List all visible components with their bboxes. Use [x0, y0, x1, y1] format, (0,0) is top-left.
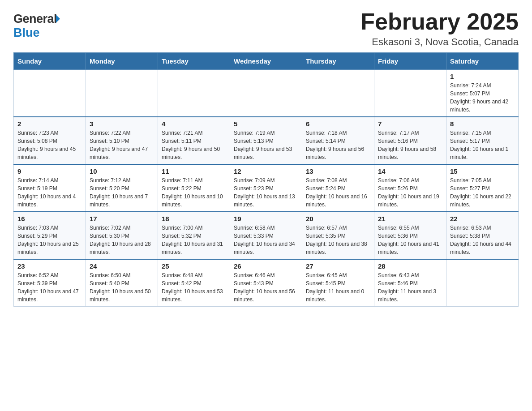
table-row	[14, 70, 86, 117]
day-number: 7	[378, 120, 442, 128]
day-info: Sunrise: 7:17 AMSunset: 5:16 PMDaylight:…	[378, 130, 436, 160]
day-number: 10	[90, 167, 154, 175]
day-info: Sunrise: 7:08 AMSunset: 5:24 PMDaylight:…	[306, 177, 367, 208]
calendar-week-3: 9Sunrise: 7:14 AMSunset: 5:19 PMDaylight…	[14, 164, 519, 212]
day-number: 20	[306, 215, 370, 223]
calendar-week-4: 16Sunrise: 7:03 AMSunset: 5:29 PMDayligh…	[14, 212, 519, 259]
day-number: 21	[378, 215, 442, 223]
day-info: Sunrise: 6:53 AMSunset: 5:38 PMDaylight:…	[450, 225, 511, 255]
day-info: Sunrise: 7:19 AMSunset: 5:13 PMDaylight:…	[234, 130, 292, 160]
day-info: Sunrise: 7:23 AMSunset: 5:08 PMDaylight:…	[17, 130, 76, 160]
day-info: Sunrise: 6:55 AMSunset: 5:36 PMDaylight:…	[378, 225, 439, 255]
table-row	[302, 70, 374, 117]
day-info: Sunrise: 6:57 AMSunset: 5:35 PMDaylight:…	[306, 225, 367, 255]
table-row: 19Sunrise: 6:58 AMSunset: 5:33 PMDayligh…	[230, 212, 302, 259]
table-row: 6Sunrise: 7:18 AMSunset: 5:14 PMDaylight…	[302, 117, 374, 164]
table-row: 25Sunrise: 6:48 AMSunset: 5:42 PMDayligh…	[158, 259, 230, 307]
table-row: 17Sunrise: 7:02 AMSunset: 5:30 PMDayligh…	[86, 212, 158, 259]
day-number: 11	[162, 167, 226, 175]
day-info: Sunrise: 7:02 AMSunset: 5:30 PMDaylight:…	[90, 225, 151, 255]
day-info: Sunrise: 6:46 AMSunset: 5:43 PMDaylight:…	[234, 272, 295, 303]
day-number: 13	[306, 167, 370, 175]
day-number: 6	[306, 120, 370, 128]
table-row: 7Sunrise: 7:17 AMSunset: 5:16 PMDaylight…	[374, 117, 446, 164]
table-row: 18Sunrise: 7:00 AMSunset: 5:32 PMDayligh…	[158, 212, 230, 259]
day-info: Sunrise: 6:48 AMSunset: 5:42 PMDaylight:…	[162, 272, 223, 303]
table-row: 21Sunrise: 6:55 AMSunset: 5:36 PMDayligh…	[374, 212, 446, 259]
day-number: 5	[234, 120, 298, 128]
table-row	[158, 70, 230, 117]
table-row: 28Sunrise: 6:43 AMSunset: 5:46 PMDayligh…	[374, 259, 446, 307]
day-info: Sunrise: 6:52 AMSunset: 5:39 PMDaylight:…	[17, 272, 79, 303]
table-row: 16Sunrise: 7:03 AMSunset: 5:29 PMDayligh…	[14, 212, 86, 259]
table-row: 1Sunrise: 7:24 AMSunset: 5:07 PMDaylight…	[446, 70, 519, 117]
table-row	[374, 70, 446, 117]
day-number: 15	[450, 167, 515, 175]
table-row: 26Sunrise: 6:46 AMSunset: 5:43 PMDayligh…	[230, 259, 302, 307]
table-row: 5Sunrise: 7:19 AMSunset: 5:13 PMDaylight…	[230, 117, 302, 164]
calendar-week-2: 2Sunrise: 7:23 AMSunset: 5:08 PMDaylight…	[14, 117, 519, 164]
day-number: 3	[90, 120, 154, 128]
table-row: 20Sunrise: 6:57 AMSunset: 5:35 PMDayligh…	[302, 212, 374, 259]
day-info: Sunrise: 7:00 AMSunset: 5:32 PMDaylight:…	[162, 225, 223, 255]
calendar-title: February 2025	[360, 9, 519, 34]
day-info: Sunrise: 6:50 AMSunset: 5:40 PMDaylight:…	[90, 272, 151, 303]
title-section: February 2025 Eskasoni 3, Nova Scotia, C…	[360, 9, 519, 48]
table-row: 15Sunrise: 7:05 AMSunset: 5:27 PMDayligh…	[446, 164, 519, 212]
calendar-table: Sunday Monday Tuesday Wednesday Thursday…	[13, 52, 519, 307]
day-info: Sunrise: 6:58 AMSunset: 5:33 PMDaylight:…	[234, 225, 295, 255]
day-info: Sunrise: 7:05 AMSunset: 5:27 PMDaylight:…	[450, 177, 511, 208]
calendar-subtitle: Eskasoni 3, Nova Scotia, Canada	[360, 36, 519, 48]
day-number: 4	[162, 120, 226, 128]
logo-general-text: General	[13, 12, 57, 26]
day-number: 24	[90, 262, 154, 270]
table-row: 9Sunrise: 7:14 AMSunset: 5:19 PMDaylight…	[14, 164, 86, 212]
table-row: 3Sunrise: 7:22 AMSunset: 5:10 PMDaylight…	[86, 117, 158, 164]
day-info: Sunrise: 7:11 AMSunset: 5:22 PMDaylight:…	[162, 177, 223, 208]
day-number: 16	[17, 215, 82, 223]
table-row: 23Sunrise: 6:52 AMSunset: 5:39 PMDayligh…	[14, 259, 86, 307]
table-row: 8Sunrise: 7:15 AMSunset: 5:17 PMDaylight…	[446, 117, 519, 164]
calendar-header-row: Sunday Monday Tuesday Wednesday Thursday…	[14, 53, 519, 70]
day-info: Sunrise: 6:45 AMSunset: 5:45 PMDaylight:…	[306, 272, 364, 303]
day-info: Sunrise: 7:03 AMSunset: 5:29 PMDaylight:…	[17, 225, 79, 255]
day-number: 22	[450, 215, 515, 223]
day-number: 19	[234, 215, 298, 223]
day-number: 2	[17, 120, 82, 128]
day-number: 27	[306, 262, 370, 270]
table-row: 11Sunrise: 7:11 AMSunset: 5:22 PMDayligh…	[158, 164, 230, 212]
day-number: 8	[450, 120, 515, 128]
day-info: Sunrise: 6:43 AMSunset: 5:46 PMDaylight:…	[378, 272, 436, 303]
day-info: Sunrise: 7:12 AMSunset: 5:20 PMDaylight:…	[90, 177, 148, 208]
day-number: 25	[162, 262, 226, 270]
table-row	[446, 259, 519, 307]
table-row: 10Sunrise: 7:12 AMSunset: 5:20 PMDayligh…	[86, 164, 158, 212]
day-info: Sunrise: 7:14 AMSunset: 5:19 PMDaylight:…	[17, 177, 76, 208]
logo-triangle-icon	[56, 15, 60, 23]
day-number: 12	[234, 167, 298, 175]
day-number: 14	[378, 167, 442, 175]
day-info: Sunrise: 7:15 AMSunset: 5:17 PMDaylight:…	[450, 130, 508, 160]
col-saturday: Saturday	[446, 53, 519, 70]
table-row: 27Sunrise: 6:45 AMSunset: 5:45 PMDayligh…	[302, 259, 374, 307]
table-row: 22Sunrise: 6:53 AMSunset: 5:38 PMDayligh…	[446, 212, 519, 259]
col-monday: Monday	[86, 53, 158, 70]
day-info: Sunrise: 7:18 AMSunset: 5:14 PMDaylight:…	[306, 130, 364, 160]
day-number: 26	[234, 262, 298, 270]
day-info: Sunrise: 7:22 AMSunset: 5:10 PMDaylight:…	[90, 130, 148, 160]
table-row: 14Sunrise: 7:06 AMSunset: 5:26 PMDayligh…	[374, 164, 446, 212]
table-row: 2Sunrise: 7:23 AMSunset: 5:08 PMDaylight…	[14, 117, 86, 164]
table-row	[86, 70, 158, 117]
day-number: 1	[450, 73, 515, 80]
calendar-week-5: 23Sunrise: 6:52 AMSunset: 5:39 PMDayligh…	[14, 259, 519, 307]
logo-blue-text: Blue	[13, 26, 40, 40]
col-sunday: Sunday	[14, 53, 86, 70]
col-wednesday: Wednesday	[230, 53, 302, 70]
day-number: 17	[90, 215, 154, 223]
day-number: 18	[162, 215, 226, 223]
table-row	[230, 70, 302, 117]
table-row: 12Sunrise: 7:09 AMSunset: 5:23 PMDayligh…	[230, 164, 302, 212]
day-number: 9	[17, 167, 82, 175]
day-number: 28	[378, 262, 442, 270]
page-header: General Blue February 2025 Eskasoni 3, N…	[13, 9, 519, 48]
